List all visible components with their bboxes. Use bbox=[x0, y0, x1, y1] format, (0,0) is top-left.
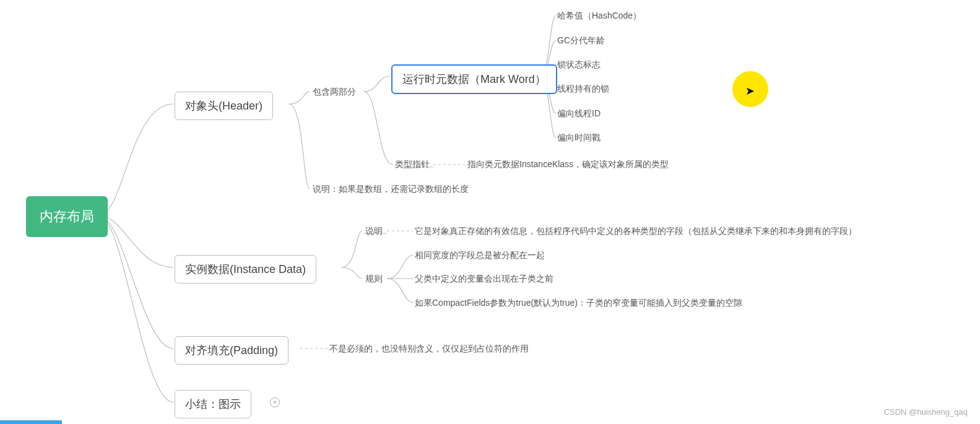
instance-label: 实例数据(Instance Data) bbox=[185, 263, 306, 275]
klass-ptr-desc: 指向类元数据InstanceKlass，确定该对象所属的类型 bbox=[467, 159, 669, 170]
summary-label: 小结：图示 bbox=[185, 398, 241, 410]
mark-word-node[interactable]: 运行时元数据（Mark Word） bbox=[391, 64, 557, 94]
rule-2: 如果CompactFields参数为true(默认为true)：子类的窄变量可能… bbox=[415, 298, 742, 309]
mw-leaf-2[interactable]: 锁状态标志 bbox=[557, 59, 601, 71]
connectors-svg bbox=[0, 0, 980, 424]
instance-node[interactable]: 实例数据(Instance Data) bbox=[175, 255, 316, 283]
klass-ptr-label[interactable]: 类型指针 bbox=[395, 159, 430, 170]
header-note: 说明：如果是数组，还需记录数组的长度 bbox=[313, 184, 469, 195]
root-label: 内存布局 bbox=[40, 209, 94, 224]
header-node[interactable]: 对象头(Header) bbox=[175, 92, 273, 120]
header-parts-label[interactable]: 包含两部分 bbox=[313, 87, 356, 98]
progress-bar bbox=[0, 420, 62, 424]
header-label: 对象头(Header) bbox=[185, 100, 262, 112]
root-node[interactable]: 内存布局 bbox=[26, 196, 108, 237]
instance-desc: 它是对象真正存储的有效信息，包括程序代码中定义的各种类型的字段（包括从父类继承下… bbox=[415, 226, 857, 237]
mw-leaf-1[interactable]: GC分代年龄 bbox=[557, 35, 605, 46]
mw-leaf-5[interactable]: 偏向时间戳 bbox=[557, 132, 601, 144]
watermark-text: CSDN @huisheng_qaq bbox=[884, 407, 968, 417]
rule-1: 父类中定义的变量会出现在子类之前 bbox=[415, 274, 553, 285]
mw-leaf-0[interactable]: 哈希值（HashCode） bbox=[557, 11, 641, 22]
mark-word-label: 运行时元数据（Mark Word） bbox=[402, 73, 546, 85]
summary-node[interactable]: 小结：图示 bbox=[175, 390, 251, 418]
padding-node[interactable]: 对齐填充(Padding) bbox=[175, 336, 288, 365]
cursor-icon: ➤ bbox=[745, 84, 755, 98]
padding-label: 对齐填充(Padding) bbox=[185, 344, 278, 357]
instance-desc-label[interactable]: 说明 bbox=[365, 226, 383, 237]
rule-0: 相同宽度的字段总是被分配在一起 bbox=[415, 250, 545, 261]
mw-leaf-3[interactable]: 线程持有的锁 bbox=[557, 84, 609, 95]
mw-leaf-4[interactable]: 偏向线程ID bbox=[557, 108, 601, 119]
expand-icon[interactable]: + bbox=[270, 397, 280, 407]
padding-desc: 不是必须的，也没特别含义，仅仅起到占位符的作用 bbox=[329, 344, 529, 355]
instance-rules-label[interactable]: 规则 bbox=[365, 274, 383, 285]
